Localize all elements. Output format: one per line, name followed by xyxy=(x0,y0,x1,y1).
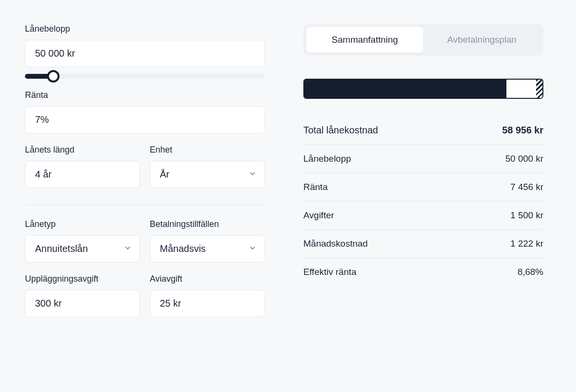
summary-total-value: 58 956 kr xyxy=(502,125,543,136)
length-input[interactable] xyxy=(25,161,140,188)
summary-amount-label: Lånebelopp xyxy=(303,154,351,164)
notice-fee-label: Aviavgift xyxy=(150,274,265,284)
tab-summary[interactable]: Sammanfattning xyxy=(306,27,423,53)
setup-fee-label: Uppläggningsavgift xyxy=(25,274,140,284)
loan-form: Lånebelopp Ränta Lånets längd Enhet År xyxy=(25,24,265,329)
loan-type-field: Lånetyp Annuitetslån xyxy=(25,219,140,262)
amount-label: Lånebelopp xyxy=(25,24,265,34)
tab-schedule[interactable]: Avbetalningsplan xyxy=(423,27,540,53)
summary-amount-value: 50 000 kr xyxy=(505,154,543,164)
summary-total-row: Total lånekostnad 58 956 kr xyxy=(303,116,543,145)
pay-freq-label: Betalningstillfällen xyxy=(150,219,265,229)
summary-apr-value: 8,68% xyxy=(517,267,543,277)
summary-interest-row: Ränta 7 456 kr xyxy=(303,173,543,202)
summary-amount-row: Lånebelopp 50 000 kr xyxy=(303,145,543,173)
loan-type-select[interactable]: Annuitetslån xyxy=(25,235,140,262)
setup-fee-input[interactable] xyxy=(25,290,140,317)
notice-fee-field: Aviavgift xyxy=(150,274,265,317)
setup-fee-field: Uppläggningsavgift xyxy=(25,274,140,317)
cost-bar-interest xyxy=(506,80,536,98)
interest-input[interactable] xyxy=(25,106,265,133)
unit-label: Enhet xyxy=(150,145,265,155)
summary-fees-value: 1 500 kr xyxy=(510,210,543,221)
unit-field: Enhet År xyxy=(150,145,265,188)
summary-apr-label: Effektiv ränta xyxy=(303,267,357,277)
summary-monthly-label: Månadskostnad xyxy=(303,238,368,249)
results-panel: Sammanfattning Avbetalningsplan Total lå… xyxy=(303,24,543,329)
loan-type-label: Lånetyp xyxy=(25,219,140,229)
summary-interest-label: Ränta xyxy=(303,182,328,192)
amount-slider[interactable] xyxy=(25,74,265,79)
pay-freq-field: Betalningstillfällen Månadsvis xyxy=(150,219,265,262)
amount-slider-thumb[interactable] xyxy=(47,70,60,83)
length-field: Lånets längd xyxy=(25,145,140,188)
amount-field: Lånebelopp xyxy=(25,24,265,79)
cost-bar xyxy=(303,79,543,99)
results-tabs: Sammanfattning Avbetalningsplan xyxy=(303,24,543,56)
cost-bar-fees xyxy=(536,80,542,98)
amount-input[interactable] xyxy=(25,40,265,67)
notice-fee-input[interactable] xyxy=(150,290,265,317)
cost-bar-principal xyxy=(304,80,506,98)
summary-monthly-row: Månadskostnad 1 222 kr xyxy=(303,230,543,258)
summary-monthly-value: 1 222 kr xyxy=(510,238,543,249)
interest-field: Ränta xyxy=(25,90,265,133)
interest-label: Ränta xyxy=(25,90,265,100)
unit-select[interactable]: År xyxy=(150,161,265,188)
summary-apr-row: Effektiv ränta 8,68% xyxy=(303,258,543,286)
length-label: Lånets längd xyxy=(25,145,140,155)
form-divider xyxy=(25,204,265,205)
summary-total-label: Total lånekostnad xyxy=(303,125,378,136)
pay-freq-select[interactable]: Månadsvis xyxy=(150,235,265,262)
summary-fees-row: Avgifter 1 500 kr xyxy=(303,202,543,230)
summary-interest-value: 7 456 kr xyxy=(510,182,543,192)
summary-fees-label: Avgifter xyxy=(303,210,334,221)
